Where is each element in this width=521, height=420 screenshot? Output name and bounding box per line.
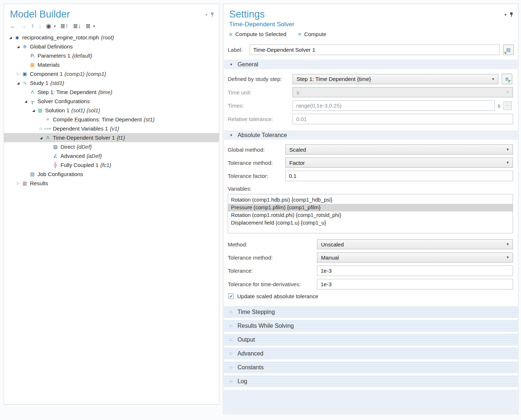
chevron-down-icon: ▼ bbox=[506, 161, 509, 164]
tree-options-icon[interactable]: ≣ bbox=[85, 23, 90, 29]
collapse-arrow-icon[interactable]: ▷ bbox=[15, 181, 21, 185]
tree-item-tag: {dDef} bbox=[77, 144, 92, 150]
show-caret-icon[interactable]: ▾ bbox=[54, 24, 56, 28]
variables-listbox[interactable]: Rotation (comp1.hdb.psi) {comp1_hdb_psi}… bbox=[228, 194, 513, 233]
tree-item[interactable]: ◢ΛTime-Dependent Solver 1{t1} bbox=[4, 133, 219, 142]
expand-arrow-icon[interactable]: ◢ bbox=[15, 45, 21, 48]
tolerance-method-2-select[interactable]: Manual ▼ bbox=[317, 252, 513, 262]
variable-item[interactable]: Rotation (comp1.hdb.psi) {comp1_hdb_psi} bbox=[228, 196, 513, 204]
expand-all-icon[interactable]: ≣↓ bbox=[73, 23, 81, 29]
variable-item[interactable]: Pressure (comp1.pfilm) {comp1_pfilm} bbox=[228, 204, 513, 211]
compute-label: Compute bbox=[304, 31, 326, 37]
section-advanced[interactable]: ▷Advanced bbox=[224, 347, 518, 359]
tree-item[interactable]: ▷▥Results bbox=[4, 179, 219, 188]
expand-arrow-icon[interactable]: ◢ bbox=[31, 109, 36, 112]
pin-icon[interactable] bbox=[210, 12, 215, 17]
chevron-down-icon: ▼ bbox=[506, 90, 509, 94]
method-value: Unscaled bbox=[321, 241, 344, 248]
collapse-arrow-icon[interactable]: ▷ bbox=[15, 72, 21, 76]
method-label: Method: bbox=[228, 241, 317, 248]
variable-item[interactable]: Displacement field (comp1.u) {comp1_u} bbox=[228, 219, 513, 227]
tree-item-tag: (comp1) {comp1} bbox=[64, 71, 106, 77]
go-to-source-button[interactable]: ≣↱ bbox=[502, 74, 512, 84]
tolerance-method-select[interactable]: Factor ▼ bbox=[285, 158, 513, 168]
tree-item[interactable]: ╬Fully Coupled 1{fc1} bbox=[4, 160, 219, 170]
tree-item-label: Solution 1 bbox=[45, 107, 70, 113]
tree-item[interactable]: ▷u,v,wDependent Variables 1{v1} bbox=[4, 124, 219, 133]
expand-arrow-icon: ▼ bbox=[230, 133, 233, 137]
variable-item[interactable]: Rotation (comp1.rotsld.phi) {comp1_rotsl… bbox=[228, 211, 513, 219]
tree-options-caret-icon[interactable]: ▾ bbox=[93, 24, 95, 28]
tree-item[interactable]: ∠Advanced{aDef} bbox=[4, 151, 219, 160]
direct-solver-icon: ▨ bbox=[52, 144, 59, 149]
show-icon[interactable]: ◉ bbox=[46, 23, 51, 29]
times-row: Times: s ⋯ bbox=[228, 100, 513, 111]
compute-button[interactable]: = Compute bbox=[298, 31, 326, 37]
collapse-arrow-icon[interactable]: ▷ bbox=[38, 127, 44, 131]
move-down-icon[interactable]: ↓ bbox=[39, 23, 42, 29]
section-time-stepping[interactable]: ▷Time Stepping bbox=[224, 306, 518, 318]
section-general[interactable]: ▼ General bbox=[224, 59, 518, 69]
solution-icon: ▤ bbox=[36, 108, 44, 113]
results-icon: ▥ bbox=[21, 181, 28, 186]
panel-menu-caret-icon[interactable]: ▾ bbox=[205, 13, 207, 17]
tree-item[interactable]: ◢⊕Global Definitions bbox=[4, 42, 219, 51]
section-constants[interactable]: ▷Constants bbox=[224, 361, 518, 373]
tree-item[interactable]: ◢◆reciprocating_engine_rotor.mph(root) bbox=[4, 33, 219, 42]
tree-item[interactable]: ▦Materials bbox=[4, 60, 219, 69]
forward-arrow-icon[interactable]: → bbox=[20, 23, 27, 29]
global-method-select[interactable]: Scaled ▼ bbox=[285, 144, 513, 155]
collapse-all-icon[interactable]: ≣↑ bbox=[60, 23, 68, 29]
section-output[interactable]: ▷Output bbox=[224, 334, 518, 346]
label-input[interactable] bbox=[250, 44, 500, 55]
fully-coupled-icon: ╬ bbox=[52, 163, 59, 167]
tolerance-time-derivatives-input[interactable] bbox=[317, 279, 513, 289]
chevron-down-icon: ▼ bbox=[491, 77, 495, 81]
tolerance-input[interactable] bbox=[317, 265, 513, 276]
method-select[interactable]: Unscaled ▼ bbox=[317, 239, 513, 249]
tree-item[interactable]: ▤Job Configurations bbox=[4, 170, 219, 179]
model-builder-panel: Model Builder ▾ ←→↑↓◉▾≣↑≣↓≣▾ ◢◆reciproca… bbox=[4, 4, 219, 405]
update-scaled-tolerance-checkbox[interactable]: ✓ bbox=[228, 293, 234, 299]
tree-item[interactable]: ▷▣Component 1(comp1) {comp1} bbox=[4, 69, 219, 78]
compute-to-selected-button[interactable]: ≡ Compute to Selected bbox=[229, 31, 286, 37]
section-absolute-tolerance[interactable]: ▼ Absolute Tolerance bbox=[224, 130, 518, 140]
rename-note-button[interactable]: ▤ bbox=[503, 44, 514, 55]
tolerance-method-2-row: Tolerance method: Manual ▼ bbox=[228, 252, 513, 262]
tolerance-method-row: Tolerance method: Factor ▼ bbox=[228, 158, 513, 168]
section-label: Time Stepping bbox=[238, 309, 275, 315]
pin-icon[interactable] bbox=[509, 12, 514, 17]
tree-item[interactable]: ◢∿Study 1{std1} bbox=[4, 78, 219, 88]
settings-panel: Settings ▾ Time-Dependent Solver ≡ Compu… bbox=[223, 4, 518, 414]
tolerance-time-derivatives-row: Tolerance for time-derivatives: bbox=[228, 279, 513, 289]
tree-item-tag: {aDef} bbox=[87, 153, 102, 159]
panel-menu-caret-icon[interactable]: ▾ bbox=[504, 13, 506, 17]
tree-item[interactable]: ◢╥Solver Configurations bbox=[4, 97, 219, 106]
expand-arrow-icon[interactable]: ◢ bbox=[8, 36, 13, 39]
tolerance-factor-input[interactable] bbox=[285, 171, 513, 181]
settings-action-bar: ≡ Compute to Selected = Compute bbox=[229, 31, 518, 37]
tree-item[interactable]: ∂fCompile Equations: Time Dependent{st1} bbox=[4, 115, 219, 124]
expand-arrow-icon[interactable]: ◢ bbox=[38, 136, 44, 140]
model-builder-title: Model Builder bbox=[10, 8, 70, 20]
times-input bbox=[293, 100, 495, 111]
time-dependent-solver-icon: Λ bbox=[44, 135, 51, 140]
section-results-while-solving[interactable]: ▷Results While Solving bbox=[224, 320, 518, 332]
back-arrow-icon[interactable]: ← bbox=[10, 23, 16, 29]
tree-item-label: Materials bbox=[38, 62, 60, 68]
expand-arrow-icon[interactable]: ◢ bbox=[23, 100, 29, 103]
tree-item[interactable]: PᵢParameters 1{default} bbox=[4, 51, 219, 60]
tree-item-label: Parameters 1 bbox=[38, 52, 70, 59]
tolerance-method-2-label: Tolerance method: bbox=[228, 254, 317, 261]
tree-item-tag: {v1} bbox=[110, 125, 120, 132]
tree-item[interactable]: ΛStep 1: Time Dependent{time} bbox=[4, 88, 219, 97]
section-log[interactable]: ▷Log bbox=[224, 375, 518, 387]
tree-item[interactable]: ◢▤Solution 1(sol1) {sol1} bbox=[4, 106, 219, 115]
expand-arrow-icon[interactable]: ◢ bbox=[15, 81, 21, 85]
defined-by-study-step-select[interactable]: Step 1: Time Dependent {time} ▼ bbox=[293, 74, 498, 84]
tree-item-tag: {default} bbox=[72, 52, 92, 59]
move-up-icon[interactable]: ↑ bbox=[31, 23, 34, 29]
tree-item-label: Component 1 bbox=[30, 71, 63, 77]
absolute-tolerance-form: Global method: Scaled ▼ Tolerance method… bbox=[223, 144, 518, 300]
tree-item[interactable]: ▨Direct{dDef} bbox=[4, 142, 219, 151]
